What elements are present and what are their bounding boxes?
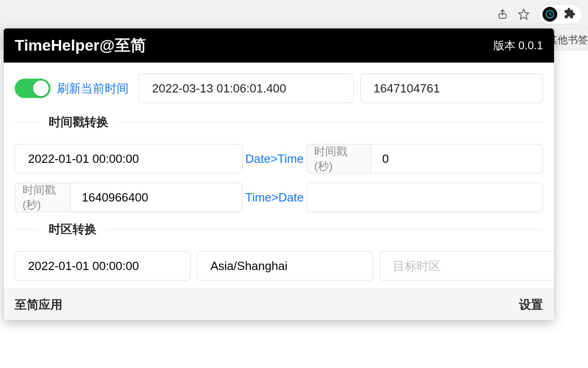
timestamp-input-group: 时间戳(秒) <box>15 183 243 212</box>
current-timestamp-input[interactable] <box>360 74 543 103</box>
tz-to-input[interactable] <box>379 251 554 281</box>
date-to-time-row: Date>Time 时间戳(秒) <box>15 144 543 173</box>
current-datetime-input[interactable] <box>139 74 354 103</box>
popup-header: TimeHelper@至简 版本 0.0.1 <box>4 29 554 63</box>
extension-popup: TimeHelper@至简 版本 0.0.1 刷新当前时间 时间戳转换 Date… <box>4 29 554 320</box>
timestamp-input[interactable] <box>70 183 243 212</box>
divider-line <box>119 122 543 122</box>
divider-line <box>15 229 39 230</box>
star-icon[interactable] <box>517 8 530 21</box>
section-divider-timestamp: 时间戳转换 <box>15 114 543 130</box>
extensions-icon[interactable] <box>564 7 576 21</box>
timezone-row <box>15 251 543 281</box>
popup-footer: 至简应用 设置 <box>4 289 554 320</box>
browser-toolbar <box>0 0 588 29</box>
timehelper-extension-icon[interactable] <box>543 7 557 22</box>
date-to-time-button[interactable]: Date>Time <box>244 152 305 166</box>
tz-from-input[interactable] <box>197 251 373 281</box>
section-divider-timezone: 时区转换 <box>15 221 543 237</box>
app-title: TimeHelper@至简 <box>15 35 146 56</box>
extension-pill <box>538 4 582 24</box>
app-version: 版本 0.0.1 <box>493 38 543 53</box>
timestamp-addon-label: 时间戳(秒) <box>306 144 371 173</box>
tz-datetime-input[interactable] <box>15 251 191 281</box>
auto-refresh-toggle[interactable] <box>15 79 51 98</box>
share-icon[interactable] <box>496 8 509 21</box>
refresh-label: 刷新当前时间 <box>57 80 129 97</box>
refresh-row: 刷新当前时间 <box>15 74 543 103</box>
divider-line <box>107 229 543 230</box>
timestamp-addon-label-2: 时间戳(秒) <box>15 183 70 212</box>
footer-settings-link[interactable]: 设置 <box>519 297 543 313</box>
time-to-date-row: 时间戳(秒) Time>Date <box>15 183 543 212</box>
date-output[interactable] <box>306 183 543 212</box>
footer-app-link[interactable]: 至简应用 <box>15 297 62 313</box>
time-to-date-button[interactable]: Time>Date <box>244 190 305 205</box>
section-title-timezone: 时区转换 <box>49 221 96 237</box>
toggle-knob <box>33 80 49 96</box>
timestamp-output[interactable] <box>371 144 543 173</box>
section-title-timestamp: 时间戳转换 <box>49 114 108 130</box>
divider-line <box>15 122 39 122</box>
timestamp-output-group: 时间戳(秒) <box>306 144 543 173</box>
svg-marker-1 <box>519 9 529 19</box>
date-input[interactable] <box>15 144 243 173</box>
